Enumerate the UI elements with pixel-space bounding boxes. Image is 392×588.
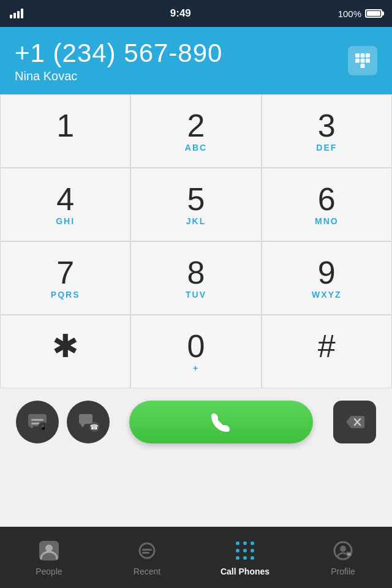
dial-letters: ABC — [185, 143, 207, 153]
svg-point-30 — [236, 549, 239, 552]
svg-rect-25 — [142, 549, 152, 551]
dial-letters: MNO — [315, 216, 339, 226]
message-button[interactable]: 📱 — [16, 401, 59, 443]
dial-digit: 4 — [56, 183, 74, 215]
callphones-icon — [233, 538, 257, 563]
dial-digit: # — [318, 330, 336, 362]
dial-key-9[interactable]: 9 WXYZ — [262, 241, 392, 315]
recent-icon — [135, 538, 159, 563]
dial-key-4[interactable]: 4 GHI — [0, 168, 130, 241]
tab-profile-label: Profile — [331, 567, 355, 576]
dial-digit: 6 — [318, 183, 336, 215]
dial-digit: 1 — [56, 110, 74, 141]
svg-rect-13 — [31, 423, 40, 424]
svg-point-32 — [251, 549, 254, 552]
svg-point-31 — [243, 549, 247, 552]
call-button[interactable] — [129, 401, 313, 443]
svg-rect-12 — [31, 419, 43, 421]
svg-rect-5 — [361, 53, 365, 58]
dial-letters: PQRS — [51, 290, 80, 300]
dial-digit: ✱ — [52, 330, 79, 362]
svg-rect-16 — [79, 414, 92, 424]
status-time: 9:49 — [170, 7, 191, 20]
dial-letters: JKL — [186, 216, 206, 226]
svg-rect-3 — [21, 9, 23, 18]
svg-point-23 — [45, 545, 53, 552]
phone-number: +1 (234) 567-890 — [15, 39, 348, 68]
svg-rect-0 — [10, 15, 12, 18]
dial-key-8[interactable]: 8 TUV — [130, 241, 261, 315]
svg-point-29 — [251, 541, 254, 545]
dial-key-7[interactable]: 7 PQRS — [0, 241, 130, 315]
dial-letters: GHI — [56, 216, 75, 226]
tab-callphones[interactable]: Call Phones — [196, 527, 294, 588]
sms-button[interactable]: ☎ — [67, 401, 110, 443]
header: +1 (234) 567-890 Nina Kovac — [0, 27, 392, 94]
svg-text:☎: ☎ — [90, 423, 99, 431]
tab-people-label: People — [36, 567, 62, 576]
delete-button[interactable] — [333, 401, 376, 443]
dial-letters: DEF — [316, 143, 337, 153]
dial-key-3[interactable]: 3 DEF — [262, 94, 392, 168]
profile-icon — [331, 538, 355, 563]
dialpad: 1 2 ABC 3 DEF 4 GHI 5 JKL 6 MNO 7 PQRS 8… — [0, 94, 392, 388]
status-bar: 9:49 100% — [0, 0, 392, 27]
dial-key-hash[interactable]: # — [262, 315, 392, 388]
svg-rect-4 — [355, 53, 360, 58]
tab-callphones-label: Call Phones — [221, 567, 270, 576]
dial-digit: 8 — [187, 257, 205, 288]
tab-recent[interactable]: Recent — [98, 527, 196, 588]
battery-indicator: 100% — [338, 9, 382, 19]
keypad-toggle-button[interactable] — [348, 46, 377, 75]
dial-letters: WXYZ — [312, 290, 341, 300]
dial-letters: TUV — [186, 290, 206, 300]
dial-digit: 5 — [187, 183, 205, 215]
phone-display: +1 (234) 567-890 Nina Kovac — [15, 39, 348, 83]
svg-rect-2 — [17, 11, 20, 18]
svg-point-35 — [251, 556, 254, 560]
svg-point-28 — [243, 541, 247, 545]
dial-digit: 9 — [318, 257, 336, 288]
dial-digit: 7 — [56, 257, 74, 288]
svg-rect-8 — [361, 59, 365, 63]
signal-indicator — [10, 9, 23, 18]
svg-point-34 — [243, 556, 247, 560]
svg-point-27 — [236, 541, 239, 545]
tab-recent-label: Recent — [134, 567, 160, 576]
battery-icon — [365, 9, 382, 18]
dial-letters: + — [193, 363, 199, 373]
svg-point-37 — [340, 546, 346, 552]
svg-marker-17 — [80, 424, 85, 428]
people-icon — [37, 538, 61, 563]
svg-rect-10 — [361, 64, 365, 68]
battery-percent: 100% — [338, 9, 361, 19]
svg-point-33 — [236, 556, 239, 560]
dial-key-2[interactable]: 2 ABC — [130, 94, 261, 168]
dial-digit: 3 — [318, 110, 336, 141]
svg-rect-1 — [13, 13, 16, 18]
tab-profile[interactable]: Profile — [294, 527, 392, 588]
dial-key-5[interactable]: 5 JKL — [130, 168, 261, 241]
tab-people[interactable]: People — [0, 527, 98, 588]
svg-rect-9 — [366, 59, 370, 63]
dial-key-1[interactable]: 1 — [0, 94, 130, 168]
tab-bar: People Recent Ca — [0, 527, 392, 588]
dial-key-6[interactable]: 6 MNO — [262, 168, 392, 241]
dial-digit: 2 — [187, 110, 205, 141]
svg-rect-6 — [366, 53, 370, 58]
dial-key-star[interactable]: ✱ — [0, 315, 130, 388]
dial-key-0[interactable]: 0 + — [130, 315, 261, 388]
action-bar: 📱 ☎ — [0, 388, 392, 456]
contact-name: Nina Kovac — [15, 69, 348, 83]
dial-digit: 0 — [187, 330, 205, 362]
svg-rect-7 — [355, 59, 360, 63]
svg-text:📱: 📱 — [39, 423, 47, 431]
svg-rect-26 — [142, 552, 149, 554]
